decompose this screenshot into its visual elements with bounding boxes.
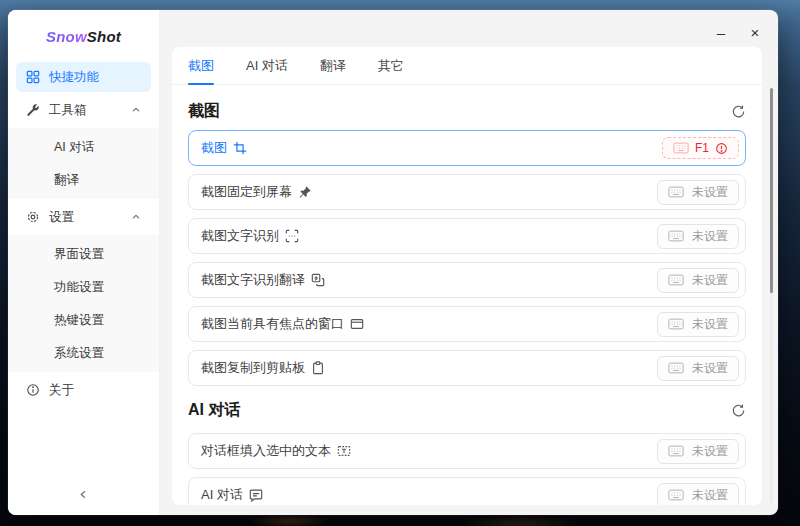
hotkey-label: 截图文字识别翻译 xyxy=(201,271,305,289)
tab-ai-chat[interactable]: AI 对话 xyxy=(246,47,288,84)
section-title: 截图 xyxy=(188,101,220,122)
hotkey-badge[interactable]: 未设置 xyxy=(657,356,739,381)
sidebar-item-label: 快捷功能 xyxy=(49,69,99,86)
tab-other[interactable]: 其它 xyxy=(378,47,404,84)
keyboard-icon xyxy=(668,445,684,457)
keyboard-icon xyxy=(668,274,684,286)
minimize-button[interactable]: – xyxy=(708,20,734,44)
hotkey-badge[interactable]: 未设置 xyxy=(657,483,739,506)
hotkey-value: 未设置 xyxy=(692,184,728,201)
sidebar-item-settings[interactable]: 设置 xyxy=(16,202,151,232)
clipboard-icon xyxy=(311,361,325,375)
hotkey-value: 未设置 xyxy=(692,272,728,289)
ocr-translate-icon xyxy=(311,273,325,287)
settings-submenu: 界面设置 功能设置 热键设置 系统设置 xyxy=(8,235,159,372)
logo-text-secondary: Shot xyxy=(87,28,121,45)
keyboard-icon xyxy=(668,230,684,242)
hotkey-badge[interactable]: 未设置 xyxy=(657,312,739,337)
hotkey-row-ocr-translate[interactable]: 截图文字识别翻译 未设置 xyxy=(188,262,746,298)
window-icon xyxy=(350,317,364,331)
sidebar-item-label: 功能设置 xyxy=(54,279,104,296)
sidebar: SnowShot 快捷功能 工具箱 AI 对话 xyxy=(8,10,160,515)
sidebar-item-system-settings[interactable]: 系统设置 xyxy=(16,338,151,368)
close-button[interactable]: × xyxy=(742,20,768,44)
window-controls: – × xyxy=(708,20,768,44)
app-logo: SnowShot xyxy=(8,28,159,45)
hotkey-row-fill-selected-text[interactable]: 对话框填入选中的文本 未设置 xyxy=(188,433,746,469)
sync-icon[interactable] xyxy=(731,104,746,119)
sidebar-item-label: AI 对话 xyxy=(54,139,94,156)
sidebar-item-label: 翻译 xyxy=(54,172,79,189)
main-area: – × 截图 AI 对话 翻译 其它 截图 xyxy=(160,10,778,515)
sidebar-item-hotkey-settings[interactable]: 热键设置 xyxy=(16,305,151,335)
keyboard-icon xyxy=(668,318,684,330)
sidebar-collapse-button[interactable] xyxy=(8,483,159,505)
scrollbar-thumb[interactable] xyxy=(770,88,773,293)
crop-icon xyxy=(233,141,247,155)
keyboard-icon xyxy=(673,142,689,154)
section-title: AI 对话 xyxy=(188,400,240,421)
section-header-ai-chat: AI 对话 xyxy=(188,400,746,421)
warning-circle-icon xyxy=(715,142,728,155)
tab-translate[interactable]: 翻译 xyxy=(320,47,346,84)
scrollbar[interactable] xyxy=(770,88,773,503)
hotkey-row-ocr[interactable]: 截图文字识别 未设置 xyxy=(188,218,746,254)
hotkey-value: F1 xyxy=(695,141,709,155)
sidebar-item-about[interactable]: 关于 xyxy=(16,375,151,405)
logo-text-primary: Snow xyxy=(46,28,87,45)
sidebar-item-label: 工具箱 xyxy=(49,102,87,119)
info-circle-icon xyxy=(26,383,40,397)
sidebar-item-function-settings[interactable]: 功能设置 xyxy=(16,272,151,302)
section-header-screenshot: 截图 xyxy=(188,101,746,122)
hotkey-value: 未设置 xyxy=(692,228,728,245)
sidebar-item-label: 系统设置 xyxy=(54,345,104,362)
hotkey-label: 对话框填入选中的文本 xyxy=(201,442,331,460)
sidebar-item-quick-functions[interactable]: 快捷功能 xyxy=(16,62,151,92)
app-window: SnowShot 快捷功能 工具箱 AI 对话 xyxy=(8,10,778,515)
tab-bar: 截图 AI 对话 翻译 其它 xyxy=(172,47,762,85)
chevron-left-icon xyxy=(78,489,89,500)
sidebar-item-toolbox[interactable]: 工具箱 xyxy=(16,95,151,125)
hotkey-label: 截图文字识别 xyxy=(201,227,279,245)
hotkey-row-copy-clipboard[interactable]: 截图复制到剪贴板 未设置 xyxy=(188,350,746,386)
sidebar-item-label: 设置 xyxy=(49,209,74,226)
hotkey-row-fixed-to-screen[interactable]: 截图固定到屏幕 未设置 xyxy=(188,174,746,210)
hotkey-label: 截图 xyxy=(201,139,227,157)
tool-icon xyxy=(26,103,40,117)
hotkey-label: 截图固定到屏幕 xyxy=(201,183,292,201)
sidebar-item-label: 热键设置 xyxy=(54,312,104,329)
sync-icon[interactable] xyxy=(731,403,746,418)
sidebar-menu: 快捷功能 工具箱 AI 对话 翻译 xyxy=(8,59,159,515)
hotkey-badge[interactable]: 未设置 xyxy=(657,180,739,205)
hotkey-value: 未设置 xyxy=(692,360,728,377)
content-card: 截图 AI 对话 翻译 其它 截图 截图 xyxy=(172,47,762,505)
text-select-icon xyxy=(337,444,351,458)
hotkey-badge[interactable]: 未设置 xyxy=(657,224,739,249)
hotkey-badge[interactable]: 未设置 xyxy=(657,439,739,464)
hotkey-label: AI 对话 xyxy=(201,486,243,504)
keyboard-icon xyxy=(668,362,684,374)
toolbox-submenu: AI 对话 翻译 xyxy=(8,128,159,199)
sidebar-item-label: 界面设置 xyxy=(54,246,104,263)
sidebar-item-interface-settings[interactable]: 界面设置 xyxy=(16,239,151,269)
hotkey-row-ai-chat[interactable]: AI 对话 未设置 xyxy=(188,477,746,505)
hotkey-badge[interactable]: 未设置 xyxy=(657,268,739,293)
hotkey-value: 未设置 xyxy=(692,316,728,333)
keyboard-icon xyxy=(668,186,684,198)
pin-icon xyxy=(298,185,312,199)
hotkey-row-focused-window[interactable]: 截图当前具有焦点的窗口 未设置 xyxy=(188,306,746,342)
sidebar-item-translate[interactable]: 翻译 xyxy=(16,165,151,195)
grid-icon xyxy=(26,70,40,84)
chevron-up-icon[interactable] xyxy=(131,212,141,222)
chat-icon xyxy=(249,488,263,502)
hotkey-value: 未设置 xyxy=(692,487,728,504)
sidebar-item-label: 关于 xyxy=(49,382,74,399)
gear-icon xyxy=(26,210,40,224)
hotkey-list: 截图 截图 F xyxy=(172,85,762,505)
sidebar-item-ai-chat[interactable]: AI 对话 xyxy=(16,132,151,162)
hotkey-value: 未设置 xyxy=(692,443,728,460)
hotkey-badge[interactable]: F1 xyxy=(662,137,739,159)
hotkey-row-screenshot[interactable]: 截图 F1 xyxy=(188,130,746,166)
tab-screenshot[interactable]: 截图 xyxy=(188,47,214,84)
chevron-up-icon[interactable] xyxy=(131,105,141,115)
